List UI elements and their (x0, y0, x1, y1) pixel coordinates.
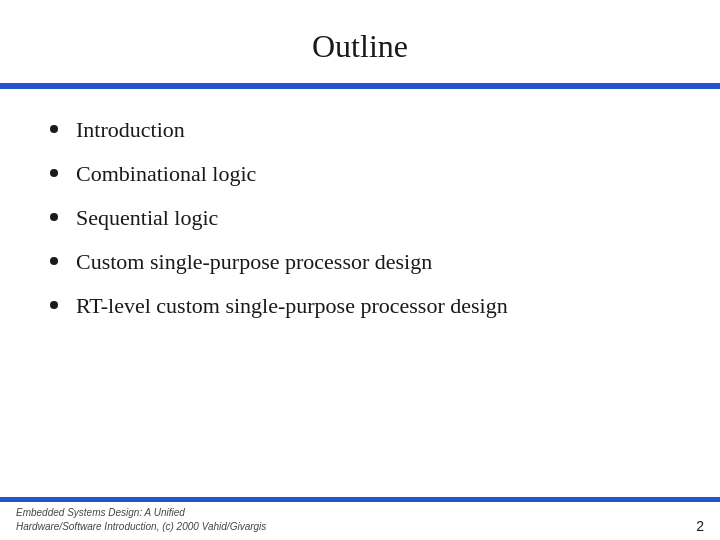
list-item: Sequential logic (50, 205, 660, 231)
bullet-text: Introduction (76, 117, 185, 143)
slide-title: Outline (0, 0, 720, 83)
list-item: Introduction (50, 117, 660, 143)
footer-line1: Embedded Systems Design: A Unified (16, 507, 185, 518)
list-item: RT-level custom single-purpose processor… (50, 293, 660, 319)
footer-line2: Hardware/Software Introduction, (c) 2000… (16, 521, 266, 532)
list-item: Custom single-purpose processor design (50, 249, 660, 275)
bullet-text: Combinational logic (76, 161, 256, 187)
bullet-text: RT-level custom single-purpose processor… (76, 293, 508, 319)
footer-left-text: Embedded Systems Design: A Unified Hardw… (16, 506, 266, 534)
bullet-text: Custom single-purpose processor design (76, 249, 432, 275)
bullet-dot-icon (50, 169, 58, 177)
footer-page-number: 2 (696, 518, 704, 534)
bullet-dot-icon (50, 213, 58, 221)
content-area: IntroductionCombinational logicSequentia… (0, 89, 720, 497)
bullet-list: IntroductionCombinational logicSequentia… (50, 117, 660, 337)
list-item: Combinational logic (50, 161, 660, 187)
slide: Outline IntroductionCombinational logicS… (0, 0, 720, 540)
bullet-dot-icon (50, 301, 58, 309)
bullet-text: Sequential logic (76, 205, 218, 231)
bullet-dot-icon (50, 125, 58, 133)
bullet-dot-icon (50, 257, 58, 265)
footer: Embedded Systems Design: A Unified Hardw… (0, 502, 720, 540)
